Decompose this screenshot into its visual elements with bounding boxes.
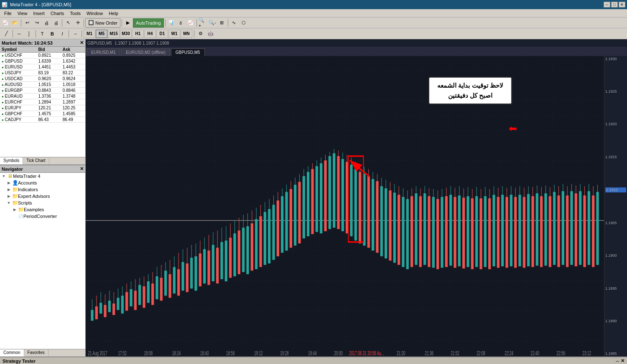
svg-rect-120 xyxy=(320,163,322,233)
st-minimize[interactable]: ─ xyxy=(616,359,619,364)
chart-canvas[interactable]: 21 Aug 2017 17:52 18:08 18:24 18:40 18:5… xyxy=(86,56,604,356)
svg-rect-180 xyxy=(449,195,452,266)
new-order-btn[interactable]: 🔲 New Order xyxy=(85,18,120,28)
svg-rect-152 xyxy=(389,190,391,260)
mw-tab-tick[interactable]: Tick Chart xyxy=(23,157,49,164)
menu-window[interactable]: Window xyxy=(84,10,105,16)
svg-rect-52 xyxy=(173,267,176,293)
mw-row-usdcad[interactable]: ● USDCAD 0.9620 0.9624 xyxy=(0,76,85,82)
hline-btn[interactable]: ─ xyxy=(15,29,24,38)
nav-root[interactable]: ▼ 🖥 MetaTrader 4 xyxy=(0,173,85,179)
period-h1[interactable]: H1 xyxy=(132,30,144,38)
market-watch-close[interactable]: ✕ xyxy=(80,40,84,46)
ea-btn[interactable]: 🤖 xyxy=(206,29,215,38)
period-m1[interactable]: M1 xyxy=(84,30,95,38)
chart-info-bar: GBPUSD,M5 1.1907 1.1908 1.1907 1.1908 xyxy=(86,39,627,47)
mw-cell-ask: 1.6342 xyxy=(61,58,85,64)
menu-tools[interactable]: Tools xyxy=(67,10,83,16)
mw-row-eurjpy[interactable]: ● EURJPY 120.21 120.25 xyxy=(0,105,85,111)
chart-tab-eurusd-m1[interactable]: EURUSD,M1 xyxy=(87,48,120,56)
chart-price-info: 1.1907 1.1908 1.1907 1.1908 xyxy=(115,41,169,46)
line-tool-btn[interactable]: ╱ xyxy=(2,29,11,38)
menu-file[interactable]: File xyxy=(2,10,14,16)
new-chart-btn[interactable]: 📈 xyxy=(1,18,10,28)
mw-row-audusd[interactable]: ● AUDUSD 1.0515 1.0518 xyxy=(0,82,85,88)
indicators-btn[interactable]: ∿ xyxy=(229,18,239,28)
mw-cell-ask: 1.2897 xyxy=(61,99,85,105)
mw-row-eurchf[interactable]: ● EURCHF 1.2894 1.2897 xyxy=(0,99,85,105)
nav-scripts-label: Scripts xyxy=(18,200,32,205)
mw-cell-symbol: ● GBPUSD xyxy=(0,58,36,64)
st-title: Strategy Tester xyxy=(3,359,36,364)
nav-period-converter[interactable]: 📄 PeriodConverter xyxy=(0,213,85,220)
mw-row-euraud[interactable]: ● EURAUD 1.3736 1.3748 xyxy=(0,94,85,99)
svg-rect-30 xyxy=(125,292,128,311)
mw-row-gbpchf[interactable]: ● GBPCHF 1.4575 1.4585 xyxy=(0,111,85,117)
redo-btn[interactable]: ↪ xyxy=(32,18,41,28)
nav-indicators[interactable]: ▶ 📁 Indicators xyxy=(0,186,85,193)
title-bar-controls[interactable]: ─ □ ✕ xyxy=(604,2,625,8)
open-btn[interactable]: 📂 xyxy=(10,18,20,28)
vline-btn[interactable]: │ xyxy=(25,29,34,38)
period-m15[interactable]: M15 xyxy=(108,30,120,38)
mw-cell-symbol: ● EURGBP xyxy=(0,88,36,94)
line-chart-btn[interactable]: 📈 xyxy=(186,18,195,28)
mw-row-usdchf[interactable]: ● USDCHF 0.8921 0.8925 xyxy=(0,53,85,58)
menu-help[interactable]: Help xyxy=(106,10,121,16)
undo-btn[interactable]: ↩ xyxy=(23,18,32,28)
st-close[interactable]: ✕ xyxy=(621,358,624,364)
autotrading-label: AutoTrading xyxy=(136,20,161,25)
nav-examples[interactable]: ▶ 📁 Examples xyxy=(0,206,85,213)
close-button[interactable]: ✕ xyxy=(619,2,625,8)
mw-tab-symbols[interactable]: Symbols xyxy=(0,157,23,164)
bar-chart-btn[interactable]: 📊 xyxy=(167,18,176,28)
italic-btn[interactable]: I xyxy=(58,29,67,38)
objects-btn[interactable]: ⬡ xyxy=(239,18,248,28)
period-w1[interactable]: W1 xyxy=(168,30,180,38)
fit-btn[interactable]: ⊞ xyxy=(217,18,227,28)
svg-rect-202 xyxy=(497,197,500,268)
zoom-out-btn[interactable]: 🔍- xyxy=(208,18,217,28)
period-d1[interactable]: D1 xyxy=(156,30,168,38)
nav-tab-favorites[interactable]: Favorites xyxy=(24,349,48,356)
text-btn[interactable]: T xyxy=(38,29,47,38)
restore-button[interactable]: □ xyxy=(611,2,618,8)
expert-btn[interactable]: ⚙ xyxy=(196,29,205,38)
svg-rect-90 xyxy=(255,219,257,269)
candle-chart-btn[interactable]: 🕯 xyxy=(176,18,186,28)
period-h4[interactable]: H4 xyxy=(144,30,156,38)
minimize-button[interactable]: ─ xyxy=(604,2,610,8)
chart-tab-gbpusd-m5[interactable]: GBPUSD,M5 xyxy=(171,48,205,56)
zoom-in-btn[interactable]: 🔍+ xyxy=(198,18,207,28)
sep-p1 xyxy=(13,30,13,38)
menu-view[interactable]: View xyxy=(15,10,30,16)
period-mn[interactable]: MN xyxy=(181,30,192,38)
nav-accounts[interactable]: ▶ 👤 Accounts xyxy=(0,179,85,186)
svg-rect-82 xyxy=(238,230,240,274)
navigator-close[interactable]: ✕ xyxy=(80,166,84,172)
nav-expert-advisors[interactable]: ▶ 📁 Expert Advisors xyxy=(0,193,85,200)
svg-rect-46 xyxy=(160,278,163,301)
arrow-btn[interactable]: → xyxy=(71,29,80,38)
chart-tab-eurusd-m2[interactable]: EURUSD,M2 (offline) xyxy=(121,48,170,56)
bold-btn[interactable]: B xyxy=(48,29,57,38)
menu-charts[interactable]: Charts xyxy=(48,10,66,16)
period-m30[interactable]: M30 xyxy=(120,30,132,38)
crosshair-btn[interactable]: ✛ xyxy=(73,18,82,28)
mw-row-gbpusd[interactable]: ● GBPUSD 1.6339 1.6342 xyxy=(0,58,85,64)
nav-tab-common[interactable]: Common xyxy=(0,349,24,356)
nav-scripts[interactable]: ▼ 📁 Scripts xyxy=(0,200,85,206)
period-m5[interactable]: M5 xyxy=(96,30,107,38)
mw-row-eurusd[interactable]: ● EURUSD 1.4451 1.4453 xyxy=(0,64,85,70)
cursor-btn[interactable]: ↖ xyxy=(64,18,73,28)
mw-row-cadjpy[interactable]: ● CADJPY 86.43 86.49 xyxy=(0,117,85,123)
svg-rect-194 xyxy=(479,198,482,269)
menu-insert[interactable]: Insert xyxy=(31,10,47,16)
autotrading-btn[interactable]: AutoTrading xyxy=(133,18,164,28)
mw-row-eurgbp[interactable]: ● EURGBP 0.8843 0.8846 xyxy=(0,88,85,94)
print-prev-btn[interactable]: 🖨 xyxy=(51,18,61,28)
svg-rect-20 xyxy=(104,305,106,317)
mw-row-usdjpy[interactable]: ● USDJPY 83.19 83.22 xyxy=(0,70,85,76)
mw-cell-ask: 0.8925 xyxy=(61,53,85,58)
print-btn[interactable]: 🖨 xyxy=(42,18,51,28)
